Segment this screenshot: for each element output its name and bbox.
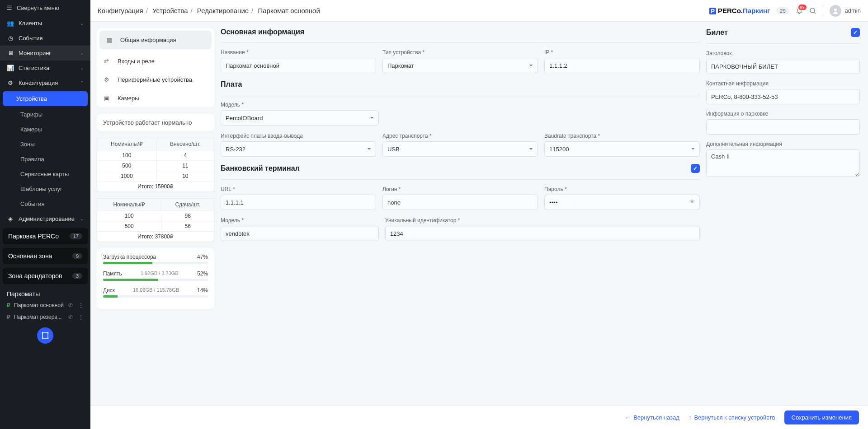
breadcrumb: Конфигурация/ Устройства/ Редактирование… [98, 7, 320, 14]
th: Номиналы/₽ [97, 199, 161, 211]
subnav-label: События [20, 201, 45, 207]
section-terminal-title: Банковский терминал ✓ [221, 164, 700, 173]
ticket-toggle[interactable]: ✓ [851, 28, 860, 37]
chevron-down-icon: ⌄ [80, 51, 84, 56]
breadcrumb-item[interactable]: Устройства [152, 7, 188, 14]
tab-io[interactable]: ⇄ Входы и реле [97, 52, 214, 70]
subnav-devices[interactable]: Устройства [3, 91, 88, 106]
nav-stats[interactable]: 📊 Статистика ⌄ [0, 61, 90, 75]
subnav-events[interactable]: События [0, 196, 90, 211]
sidebar: ☰ Свернуть меню 👥 Клиенты ⌄ ◷ События 🖥 … [0, 0, 90, 429]
svg-rect-0 [42, 333, 48, 338]
nav-clients[interactable]: 👥 Клиенты ⌄ [0, 16, 90, 31]
dots-icon[interactable]: ⋮ [78, 302, 84, 308]
breadcrumb-item[interactable]: Редактирование [197, 7, 249, 14]
ticket-contact-input[interactable] [706, 89, 860, 104]
ticket-extra-input[interactable]: Cash II [706, 149, 860, 177]
iface-select[interactable]: RS-232 [221, 141, 376, 157]
avatar-icon [830, 5, 841, 17]
subnav-service-templates[interactable]: Шаблоны услуг [0, 182, 90, 196]
ticket-title-label: Заголовок [706, 50, 860, 56]
save-button[interactable]: Сохранить изменения [784, 410, 859, 424]
eye-icon[interactable]: 👁 [689, 198, 695, 205]
logo-product: Паркинг [743, 7, 770, 14]
subnav-zones[interactable]: Зоны [0, 137, 90, 152]
phone-icon[interactable]: ✆ [68, 302, 73, 308]
bell-icon[interactable]: 99 [796, 7, 803, 14]
ticket-parking-input[interactable] [706, 119, 860, 135]
subnav-label: Зоны [20, 141, 35, 148]
group-parking-perco[interactable]: Парковка PERCo 17 [3, 228, 88, 244]
subnav-label: Сервисные карты [20, 171, 69, 177]
nav-admin[interactable]: ◈ Администрирование ⌄ [0, 211, 90, 226]
uid-input[interactable] [385, 226, 700, 241]
device-main[interactable]: ₽ Паркомат основной ✆ ⋮ [0, 299, 90, 311]
nav-events[interactable]: ◷ События [0, 31, 90, 46]
breadcrumb-item[interactable]: Конфигурация [98, 7, 143, 14]
logo-brand: PERCo. [718, 7, 743, 14]
baud-select[interactable]: 115200 [544, 141, 700, 157]
model-select[interactable]: PercoIOBoard [221, 110, 379, 126]
phone-icon[interactable]: ✆ [68, 314, 73, 320]
login-input[interactable] [382, 195, 538, 210]
metric-label: Диск [103, 287, 115, 294]
url-input[interactable] [221, 195, 376, 210]
tmodel-input[interactable] [221, 226, 379, 241]
ticket-title-input[interactable] [706, 59, 860, 74]
metric-label: Загрузка процессора [103, 254, 156, 260]
top-badge[interactable]: 29 [776, 7, 789, 14]
tab-cameras[interactable]: ▣ Камеры [97, 89, 214, 107]
addr-select[interactable]: USB [382, 141, 538, 157]
ip-label: IP * [544, 49, 700, 56]
group-tenants-zone[interactable]: Зона арендаторов 3 [3, 268, 88, 284]
subnav-service-cards[interactable]: Сервисные карты [0, 167, 90, 182]
subnav-rules[interactable]: Правила [0, 152, 90, 167]
camera-icon: ▣ [104, 95, 112, 102]
table-in: Номиналы/₽Внесено/шт. 1004 50011 100010 … [97, 138, 214, 192]
nav-config[interactable]: ⚙ Конфигурация ⌃ [0, 75, 90, 90]
nav-label: Администрирование [19, 215, 75, 222]
subnav-cameras[interactable]: Камеры [0, 122, 90, 137]
user-name: admin [845, 7, 861, 14]
dots-icon[interactable]: ⋮ [78, 314, 84, 320]
fab-button[interactable] [37, 327, 53, 344]
device-reserve[interactable]: ₽ Паркомат резерв... ✆ ⋮ [0, 311, 90, 323]
tab-label: Входы и реле [118, 58, 155, 65]
collapse-menu[interactable]: ☰ Свернуть меню [0, 0, 90, 16]
password-input[interactable] [544, 195, 700, 210]
back-link[interactable]: ←Вернуться назад [625, 414, 679, 421]
tab-label: Общая информация [120, 37, 176, 43]
table-row: 50056 [97, 221, 214, 232]
svg-point-5 [810, 8, 815, 13]
list-link[interactable]: ↑Вернуться к списку устройств [689, 414, 775, 421]
ruble-icon: ₽ [7, 302, 10, 308]
terminal-toggle[interactable]: ✓ [691, 164, 700, 173]
metric-sub: 1.92GB / 3.73GB [141, 270, 179, 277]
io-icon: ⇄ [104, 58, 112, 65]
tab-general[interactable]: ▦ Общая информация [99, 31, 212, 49]
ip-input[interactable] [544, 58, 700, 73]
tab-peripherals[interactable]: ⚙ Периферийные устройства [97, 70, 214, 89]
users-icon: 👥 [7, 20, 14, 27]
svg-point-1 [42, 332, 43, 334]
svg-point-4 [47, 338, 49, 339]
model-label: Модель * [221, 102, 379, 108]
user-menu[interactable]: admin [830, 5, 861, 17]
gear-icon: ⚙ [7, 79, 14, 86]
subnav-tariffs[interactable]: Тарифы [0, 107, 90, 122]
metric-value: 47% [197, 254, 208, 260]
group-main-zone[interactable]: Основная зона 9 [3, 248, 88, 264]
addr-label: Адрес транспорта * [382, 133, 538, 139]
breadcrumb-current: Паркомат основной [258, 7, 320, 14]
name-input[interactable] [221, 58, 376, 73]
group-badge: 9 [72, 253, 82, 259]
uid-label: Уникальный идентификатор * [385, 217, 700, 224]
metric-label: Память [103, 270, 122, 277]
search-icon[interactable] [809, 7, 816, 14]
nav-monitoring[interactable]: 🖥 Мониторинг ⌄ [0, 46, 90, 61]
table-total: Итого: 37800₽ [97, 232, 214, 242]
main: Конфигурация/ Устройства/ Редактирование… [90, 0, 868, 429]
group-label: Зона арендаторов [8, 272, 62, 280]
type-select[interactable]: Паркомат [382, 58, 538, 73]
subnav-label: Устройства [16, 95, 47, 102]
